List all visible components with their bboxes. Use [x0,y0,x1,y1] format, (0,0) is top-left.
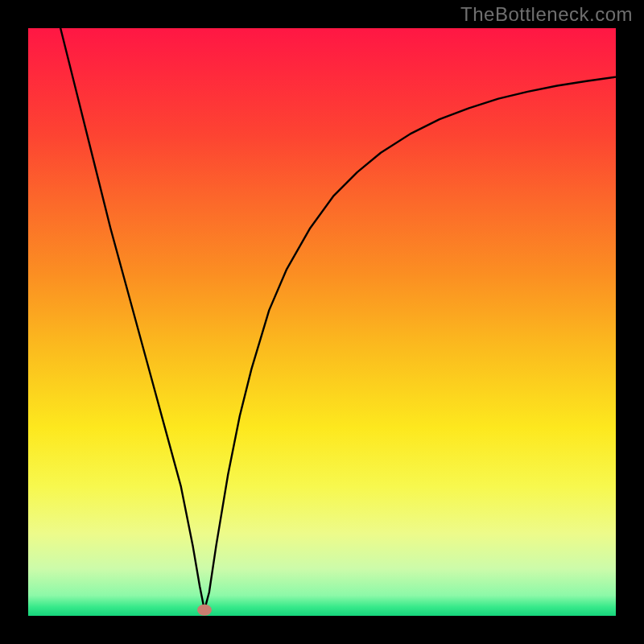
chart-frame: TheBottleneck.com [0,0,644,644]
bottleneck-chart [28,28,616,616]
gradient-background [28,28,616,616]
optimal-point-marker [197,605,212,616]
attribution-label: TheBottleneck.com [460,3,633,26]
